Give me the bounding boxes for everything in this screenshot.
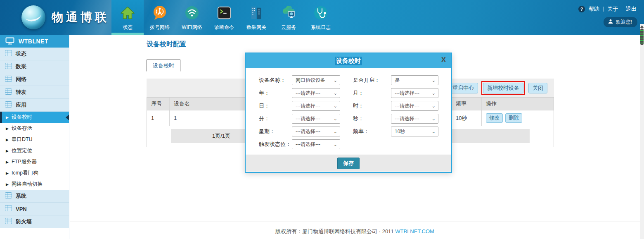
about-link[interactable]: 关于 [607, 5, 618, 13]
sidebar-item-label: 状态 [16, 50, 26, 57]
scrollbar-thumb[interactable] [640, 29, 644, 45]
caret-right-icon: ▶ [6, 149, 9, 153]
menu-grid-icon [5, 50, 12, 57]
sidebar-item-label: 网络 [16, 76, 26, 83]
close-button[interactable]: 关闭 [528, 83, 547, 93]
logout-link[interactable]: 退出 [626, 5, 637, 13]
frequency-select[interactable]: 10秒 ⌄ [391, 127, 438, 136]
modal-title: 设备校时 [335, 57, 362, 65]
modify-button[interactable]: 修改 [486, 113, 503, 123]
dial-network-icon [151, 4, 169, 22]
sidebar-subitem-network-autoswitch[interactable]: ▶ 网络自动切换 [0, 179, 69, 190]
nav-item-diagnostics[interactable]: 诊断命令 [208, 0, 240, 35]
minute-select[interactable]: ---请选择--- ⌄ [292, 114, 340, 124]
footer-link[interactable]: WTBLNET.COM [395, 228, 434, 234]
nav-item-wifi[interactable]: WIFI网络 [176, 0, 208, 35]
sidebar-item-forwarding[interactable]: 转发 [0, 86, 69, 99]
save-button[interactable]: 保存 [337, 158, 360, 169]
sidebar-item-application[interactable]: 应用 [0, 99, 69, 112]
select-value: ---请选择--- [296, 141, 320, 148]
day-select[interactable]: ---请选择--- ⌄ [292, 101, 340, 111]
nav-item-dial-network[interactable]: 拨号网络 [144, 0, 176, 35]
home-icon [118, 4, 137, 22]
hour-select[interactable]: ---请选择--- ⌄ [391, 101, 438, 111]
modal-footer: 保存 [246, 155, 451, 172]
close-icon[interactable]: X [441, 56, 446, 63]
field-label-trigger-bit: 触发状态位： [259, 141, 292, 148]
sidebar-subitem-label: 网络自动切换 [12, 181, 43, 188]
highlight-annotation: 新增校时设备 [481, 81, 525, 95]
nav-item-cloud-service[interactable]: 云服务 [272, 0, 305, 35]
sidebar-item-label: 防火墙 [16, 218, 32, 225]
stethoscope-icon [312, 4, 330, 22]
menu-grid-icon [5, 76, 12, 83]
caret-right-icon: ▶ [6, 171, 9, 175]
modal-header[interactable]: 设备校时 X [246, 53, 451, 68]
sidebar-subitem-ftp-server[interactable]: ▶ FTP服务器 [0, 156, 69, 167]
scroll-up-icon[interactable] [640, 25, 644, 28]
sidebar-item-system[interactable]: 系统 [0, 190, 69, 203]
field-label-minute: 分： [259, 115, 292, 122]
top-links: ? 帮助 关于 退出 [578, 5, 637, 13]
page-indicator: 1页/1页 [212, 132, 230, 140]
year-select[interactable]: ---请选择--- ⌄ [292, 88, 340, 98]
sidebar-item-firewall[interactable]: 防火墙 [0, 215, 69, 228]
nav-label: 系统日志 [311, 24, 331, 31]
cell-frequency: 10秒 [452, 110, 482, 126]
add-timing-device-button[interactable]: 新增校时设备 [483, 83, 523, 93]
help-link[interactable]: 帮助 [589, 5, 599, 13]
wifi-icon [183, 4, 201, 22]
nav-label: 拨号网络 [150, 24, 170, 31]
second-select[interactable]: ---请选择--- ⌄ [391, 114, 438, 124]
caret-right-icon: ▶ [6, 160, 9, 164]
brand-logo: 物通博联 [21, 5, 109, 29]
sidebar-item-label: 数采 [16, 63, 26, 70]
menu-grid-icon [5, 88, 12, 96]
enabled-select[interactable]: 是 ⌄ [391, 75, 438, 85]
trigger-bit-select[interactable]: ---请选择--- ⌄ [292, 139, 340, 149]
nav-label: 数采网关 [246, 24, 266, 31]
sidebar-item-label: 应用 [16, 101, 26, 109]
month-select[interactable]: ---请选择--- ⌄ [391, 88, 438, 98]
vertical-scrollbar[interactable] [640, 24, 644, 239]
nav-item-system-log[interactable]: 系统日志 [305, 0, 337, 35]
caret-right-icon: ▶ [6, 138, 9, 142]
modal-body: 设备名称： 网口协议设备 ⌄ 是否开启： 是 ⌄ 年： ---请选择--- ⌄ … [246, 68, 451, 155]
sidebar-title: WTBLNET [19, 38, 48, 45]
sidebar: WTBLNET 状态 数采 网络 转发 应用 ▶ 设备校时 ▶ 设备存活 ▶ 串… [0, 35, 69, 239]
gateway-icon [247, 4, 265, 22]
sidebar-subitem-icmp-watchdog[interactable]: ▶ Icmp看门狗 [0, 167, 69, 179]
sidebar-item-vpn[interactable]: VPN [0, 203, 69, 215]
sidebar-item-network[interactable]: 网络 [0, 73, 69, 86]
nav-item-status[interactable]: 状态 [111, 0, 144, 35]
sidebar-subitem-label: 位置定位 [12, 147, 32, 154]
field-label-enabled: 是否开启： [353, 76, 391, 84]
select-value: ---请选择--- [395, 103, 419, 110]
delete-button[interactable]: 删除 [505, 113, 522, 123]
page-footer: 版权所有：厦门物通博联网络科技有限公司 · 2011 WTBLNET.COM [70, 222, 640, 235]
sidebar-subitem-serial-dtu[interactable]: ▶ 串口DTU [0, 134, 69, 145]
sidebar-item-status[interactable]: 状态 [0, 48, 69, 60]
sidebar-subitem-device-timing[interactable]: ▶ 设备校时 [0, 112, 69, 123]
tab-device-timing[interactable]: 设备校时 [147, 60, 180, 72]
sidebar-item-data-acquisition[interactable]: 数采 [0, 60, 69, 73]
weekday-select[interactable]: ---请选择--- ⌄ [292, 127, 340, 136]
device-name-select[interactable]: 网口协议设备 ⌄ [292, 75, 340, 85]
brand-name: 物通博联 [52, 10, 109, 25]
monitor-icon [5, 37, 14, 46]
caret-right-icon: ▶ [6, 182, 9, 186]
divider [603, 7, 604, 12]
globe-logo-icon [21, 5, 45, 29]
page-title: 设备校时配置 [147, 40, 186, 49]
top-header: 物通博联 状态 拨号网络 WIFI网络 诊断命令 [0, 0, 644, 35]
restart-center-button[interactable]: 重启中心 [448, 83, 478, 93]
main-nav: 状态 拨号网络 WIFI网络 诊断命令 数采网关 [111, 0, 337, 35]
nav-item-data-gateway[interactable]: 数采网关 [240, 0, 272, 35]
menu-grid-icon [5, 205, 12, 213]
sidebar-subitem-device-alive[interactable]: ▶ 设备存活 [0, 123, 69, 134]
divider [622, 7, 622, 12]
welcome-badge[interactable]: 欢迎您! [604, 17, 637, 27]
select-value: ---请选择--- [395, 90, 419, 97]
select-value: ---请选择--- [296, 128, 320, 135]
sidebar-subitem-positioning[interactable]: ▶ 位置定位 [0, 145, 69, 156]
